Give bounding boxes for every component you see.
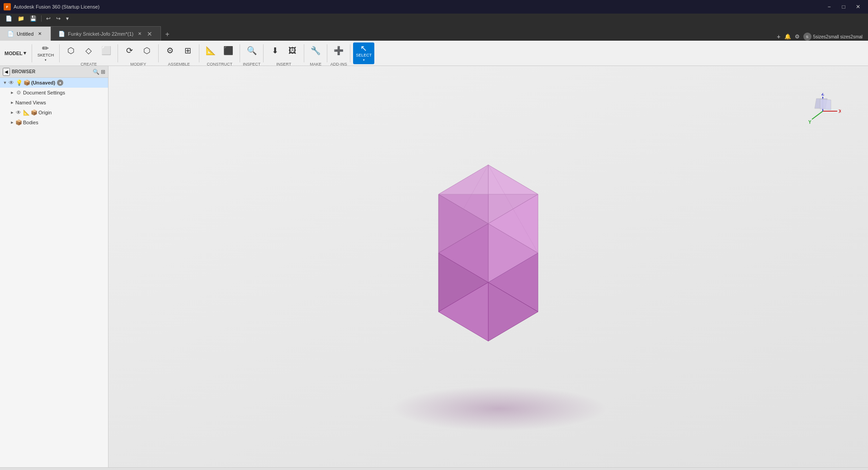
svg-rect-27 — [820, 99, 831, 110]
make-icon: 🔧 — [311, 47, 321, 55]
toolbar-sep-8 — [327, 44, 327, 62]
tab-add-button[interactable]: + — [777, 33, 780, 40]
toolbar-group-inspect: 🔍 INSPECT — [243, 40, 260, 66]
qat-save-button[interactable]: 💾 — [28, 14, 38, 23]
tree-badge-unsaved: ● — [57, 80, 63, 86]
browser-panel: ◄ BROWSER 🔍 ⊞ ▼ 👁 💡 📦 (Unsaved) ● ► ⚙ Do… — [0, 66, 108, 467]
tab-funky[interactable]: 📄 Funky Snicket-Jofo 22mm*(1) ✕ ✕ — [51, 26, 161, 41]
qat-separator — [41, 15, 42, 22]
toolbar-sep-7 — [304, 44, 304, 62]
qat-redo-button[interactable]: ↪ — [54, 14, 62, 23]
browser-search-area: 🔍 ⊞ — [93, 69, 105, 75]
select-icon: ↖ — [360, 44, 367, 52]
browser-toggle-button[interactable]: ◄ — [3, 68, 10, 76]
create-solid-button[interactable]: ⬡ — [62, 40, 80, 61]
svg-text:X: X — [839, 109, 841, 114]
insert-button[interactable]: ⬇ — [266, 40, 283, 61]
inspect-icon: 🔍 — [247, 47, 257, 55]
tree-item-origin[interactable]: ► 👁 📐 📦 Origin — [0, 108, 108, 118]
toolbar-group-assemble: ⚙ ⊞ ASSEMBLE — [161, 40, 196, 66]
create-solid-icon: ⬡ — [67, 47, 75, 55]
close-button[interactable]: ✕ — [852, 2, 864, 11]
create-label: CREATE — [80, 62, 97, 66]
assemble-icon: ⚙ — [166, 47, 174, 55]
settings-button[interactable]: ⚙ — [795, 33, 800, 40]
minimize-button[interactable]: − — [823, 2, 835, 11]
create-sweep-icon: ⬜ — [101, 47, 111, 55]
svg-text:Z: Z — [821, 93, 824, 96]
mode-selector[interactable]: MODEL ▾ — [2, 49, 29, 57]
tree-arrow-docsettings: ► — [9, 89, 15, 96]
mode-dropdown-icon: ▾ — [24, 50, 26, 56]
main-toolbar: MODEL ▾ ✏ SKETCH ▾ ⬡ ◇ ⬜ CREATE — [0, 41, 868, 66]
sketch-button[interactable]: ✏ SKETCH ▾ — [35, 42, 57, 64]
toolbar-group-modify: ⟳ ⬡ MODIFY — [121, 40, 156, 66]
bottom-bar: COMMENTS 💬 ► ⊞ ▾ 📷 ✋ 🔍 ▾ ⬜ ▾ ⊞ ▾ ▦ ▾ — [0, 467, 868, 470]
tree-icon-origin-eye: 👁 — [15, 109, 22, 116]
qat-undo-button[interactable]: ↩ — [44, 14, 52, 23]
construct2-icon: ⬛ — [223, 47, 233, 55]
tree-item-named-views[interactable]: ► Named Views — [0, 98, 108, 108]
tab-funky-close[interactable]: ✕ — [136, 30, 143, 38]
funky-tab-close-x[interactable]: ✕ — [146, 30, 153, 38]
tree-icon-unsaved-folder: 📦 — [24, 80, 30, 86]
tab-funky-label: Funky Snicket-Jofo 22mm*(1) — [68, 31, 133, 37]
toolbar-group-make: 🔧 MAKE — [307, 40, 324, 66]
icosahedron-svg — [384, 147, 592, 364]
insert-icon: ⬇ — [272, 47, 278, 55]
svg-text:Y: Y — [808, 120, 811, 125]
sketch-icon: ✏ — [42, 44, 49, 52]
toolbar-group-construct: 📐 ⬛ CONSTRUCT — [202, 40, 237, 66]
modify2-button[interactable]: ⬡ — [138, 40, 156, 61]
browser-options-button[interactable]: ⊞ — [101, 69, 105, 75]
new-tab-button[interactable]: + — [161, 28, 174, 41]
title-bar: F Autodesk Fusion 360 (Startup License) … — [0, 0, 868, 14]
tab-bar: 📄 Untitled ✕ 📄 Funky Snicket-Jofo 22mm*(… — [0, 24, 868, 41]
create-sweep-button[interactable]: ⬜ — [98, 40, 115, 61]
sketch-dropdown-icon: ▾ — [45, 58, 47, 62]
shape-3d — [384, 147, 592, 365]
user-info[interactable]: S 5sizes2small sizes2smal — [803, 33, 863, 41]
tree-icon-origin-axis: 📐 — [23, 109, 29, 116]
insert2-button[interactable]: 🖼 — [284, 40, 301, 61]
toolbar-sep-9 — [350, 44, 350, 62]
browser-search-button[interactable]: 🔍 — [93, 69, 99, 75]
qat-extra-button[interactable]: ▾ — [64, 14, 71, 23]
tab-untitled-close[interactable]: ✕ — [36, 30, 43, 38]
tree-item-bodies[interactable]: ► 📦 Bodies — [0, 118, 108, 127]
assemble2-button[interactable]: ⊞ — [179, 40, 196, 61]
restore-button[interactable]: □ — [837, 2, 850, 11]
svg-marker-7 — [439, 165, 488, 194]
assemble-button[interactable]: ⚙ — [161, 40, 179, 61]
qat-open-button[interactable]: 📁 — [16, 14, 26, 23]
app-title: Autodesk Fusion 360 (Startup License) — [14, 4, 823, 9]
viewport-3d[interactable]: X Z Y — [108, 66, 868, 467]
modify-button[interactable]: ⟳ — [121, 40, 138, 61]
select-button[interactable]: ↖ SELECT ▾ — [353, 42, 374, 64]
construct-icon: 📐 — [206, 47, 216, 55]
tab-untitled[interactable]: 📄 Untitled ✕ — [0, 26, 51, 41]
toolbar-sep-2 — [118, 44, 118, 62]
svg-marker-6 — [488, 165, 538, 194]
tree-item-unsaved[interactable]: ▼ 👁 💡 📦 (Unsaved) ● — [0, 78, 108, 88]
quick-access-toolbar: 📄 📁 💾 ↩ ↪ ▾ — [0, 14, 868, 24]
tree-label-unsaved: (Unsaved) — [31, 80, 55, 85]
create-surface-button[interactable]: ◇ — [80, 40, 97, 61]
make-button[interactable]: 🔧 — [307, 40, 324, 61]
orientation-gizmo[interactable]: X Z Y — [805, 93, 841, 129]
addins-button[interactable]: ➕ — [330, 40, 347, 61]
create-surface-icon: ◇ — [85, 47, 92, 55]
notification-button[interactable]: 🔔 — [784, 33, 791, 40]
modify2-icon: ⬡ — [143, 47, 151, 55]
tree-arrow-unsaved: ▼ — [2, 80, 8, 86]
select-dropdown-icon: ▾ — [363, 58, 365, 62]
user-avatar: S — [803, 33, 811, 41]
qat-new-button[interactable]: 📄 — [4, 14, 14, 23]
tree-item-document-settings[interactable]: ► ⚙ Document Settings — [0, 88, 108, 98]
construct2-button[interactable]: ⬛ — [220, 40, 237, 61]
construct-button[interactable]: 📐 — [202, 40, 219, 61]
tree-icon-origin-folder: 📦 — [31, 109, 37, 116]
window-controls: − □ ✕ — [823, 2, 864, 11]
inspect-button[interactable]: 🔍 — [243, 40, 260, 61]
insert2-icon: 🖼 — [288, 47, 297, 55]
